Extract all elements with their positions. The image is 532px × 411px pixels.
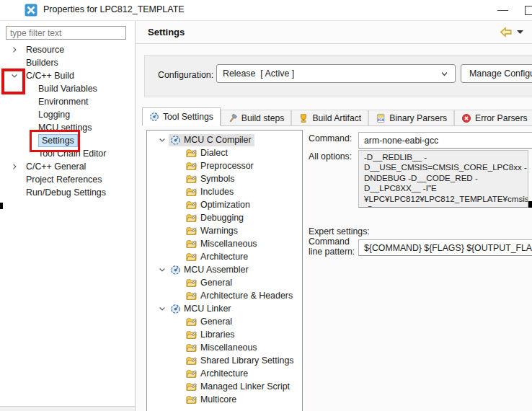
- category-folder-icon: [186, 148, 197, 159]
- category-folder-icon: [186, 355, 197, 366]
- category-folder-icon: [186, 200, 197, 211]
- tab-build-steps[interactable]: Build steps: [221, 110, 292, 125]
- all-options-label: All options:: [309, 152, 352, 162]
- tool-item-mcu-linker[interactable]: MCU Linker: [147, 302, 302, 315]
- chevron-right-icon[interactable]: [9, 44, 20, 56]
- tab-label: Error Parsers: [475, 113, 527, 123]
- category-folder-icon: [186, 342, 197, 353]
- category-folder-icon: [186, 187, 197, 198]
- category-folder-icon: [186, 226, 197, 237]
- maximize-icon[interactable]: [525, 6, 532, 15]
- tab-binary-parsers[interactable]: Binary Parsers: [368, 110, 454, 125]
- page-title: Settings: [148, 27, 185, 37]
- tool-icon: [170, 265, 181, 275]
- tool-item-managed-linker-script[interactable]: Managed Linker Script: [147, 380, 302, 393]
- sidebar-item-project-references[interactable]: Project References: [0, 173, 135, 186]
- tool-item-symbols[interactable]: Symbols: [147, 172, 302, 185]
- tool-item-linker-architecture[interactable]: Architecture: [147, 367, 302, 380]
- tool-icon: [170, 304, 181, 314]
- tool-item-debugging[interactable]: Debugging: [147, 211, 302, 224]
- tool-item-optimization[interactable]: Optimization: [147, 198, 302, 211]
- tab-label: Tool Settings: [163, 112, 213, 122]
- tool-item-linker-general[interactable]: General: [147, 315, 302, 328]
- expert-settings-label: Expert settings:: [309, 227, 370, 237]
- category-folder-icon: [186, 291, 197, 301]
- tool-item-dialect[interactable]: Dialect: [147, 146, 302, 159]
- command-line-pattern-label: Command line pattern:: [309, 237, 355, 257]
- tool-item-linker-miscellaneous[interactable]: Miscellaneous: [147, 341, 302, 354]
- settings-header: Settings: [136, 21, 532, 44]
- annotation-rect-settings: [30, 130, 80, 152]
- category-folder-icon: [186, 213, 197, 224]
- category-folder-icon: [186, 174, 197, 185]
- chevron-down-icon[interactable]: [157, 304, 167, 314]
- tool-item-mcu-assembler[interactable]: MCU Assembler: [147, 263, 302, 276]
- app-icon: [25, 4, 37, 17]
- minimize-icon[interactable]: [497, 10, 508, 11]
- category-folder-icon: [186, 239, 197, 249]
- sidebar-item-label: Resource: [26, 45, 64, 55]
- history-dropdown-icon[interactable]: [517, 30, 523, 34]
- configuration-select[interactable]: Release [ Active ]: [216, 64, 456, 83]
- tool-item-shared-library-settings[interactable]: Shared Library Settings: [147, 354, 302, 367]
- chevron-right-icon[interactable]: [9, 161, 20, 172]
- tool-item-preprocessor[interactable]: Preprocessor: [147, 159, 302, 172]
- tool-settings-content: MCU C Compiler Dialect Preprocessor Symb…: [136, 126, 532, 411]
- configuration-label: Configuration:: [158, 70, 213, 80]
- error-icon: [461, 113, 471, 123]
- tool-item-architecture-headers[interactable]: Architecture & Headers: [147, 289, 302, 302]
- tool-item-warnings[interactable]: Warnings: [147, 224, 302, 237]
- window-title: Properties for LPC812_TEMPLATE: [43, 4, 185, 14]
- sidebar-item-ccpp-general[interactable]: C/C++ General: [0, 160, 135, 173]
- tool-item-mcu-c-compiler[interactable]: MCU C Compiler: [147, 133, 302, 146]
- sidebar-item-label: Run/Debug Settings: [26, 187, 106, 198]
- manage-configurations-button[interactable]: Manage Configu: [461, 64, 532, 83]
- chevron-down-icon[interactable]: [157, 135, 167, 145]
- main-panel: Settings Configuration: Release [ Active…: [136, 21, 532, 411]
- tab-error-parsers[interactable]: Error Parsers: [454, 110, 532, 125]
- command-input[interactable]: arm-none-eabi-gcc: [358, 132, 532, 149]
- tab-label: Binary Parsers: [389, 113, 447, 123]
- sidebar-item-label: C/C++ General: [26, 162, 86, 172]
- sidebar-item-logging[interactable]: Logging: [0, 108, 135, 121]
- tool-item-libraries[interactable]: Libraries: [147, 328, 302, 341]
- all-options-textarea[interactable]: -D__REDLIB__ - D__USE_CMSIS=CMSIS_CORE_L…: [358, 150, 528, 208]
- filter-input[interactable]: [6, 26, 126, 40]
- category-folder-icon: [186, 394, 197, 405]
- title-bar: Properties for LPC812_TEMPLATE: [0, 0, 532, 21]
- artifact-icon: [298, 113, 309, 123]
- sidebar-item-builders[interactable]: Builders: [0, 56, 135, 69]
- tool-item-assembler-general[interactable]: General: [147, 276, 302, 289]
- back-arrow-icon[interactable]: [499, 26, 513, 38]
- category-folder-icon: [186, 381, 197, 392]
- binary-doc-icon: [376, 113, 386, 123]
- chevron-down-icon[interactable]: [157, 265, 167, 275]
- sidebar-item-environment[interactable]: Environment: [0, 95, 135, 108]
- sidebar-item-label: Project References: [26, 174, 102, 185]
- sidebar-item-label: Environment: [38, 97, 89, 107]
- sidebar-item-label: Logging: [38, 110, 70, 120]
- configuration-group: Configuration: Release [ Active ] Manage…: [144, 55, 532, 97]
- tab-label: Build Artifact: [312, 113, 361, 123]
- sidebar-item-run-debug-settings[interactable]: Run/Debug Settings: [0, 186, 135, 199]
- sidebar-footer-area: [0, 407, 136, 411]
- sidebar-item-label: Build Variables: [38, 84, 97, 94]
- category-folder-icon: [186, 252, 197, 262]
- category-folder-icon: [186, 278, 197, 288]
- sidebar-item-resource[interactable]: Resource: [0, 43, 135, 56]
- tab-build-artifact[interactable]: Build Artifact: [291, 110, 368, 125]
- configuration-value: Release [ Active ]: [217, 68, 440, 79]
- tool-item-includes[interactable]: Includes: [147, 185, 302, 198]
- tool-item-architecture[interactable]: Architecture: [147, 250, 302, 263]
- category-folder-icon: [186, 330, 197, 340]
- tool-item-multicore[interactable]: Multicore: [147, 393, 302, 406]
- tab-tool-settings[interactable]: Tool Settings: [142, 107, 221, 126]
- command-line-pattern-input[interactable]: ${COMMAND} ${FLAGS} ${OUTPUT_FLAG} ${: [358, 239, 532, 256]
- tool-icon: [170, 135, 181, 146]
- tool-icon: [149, 112, 159, 122]
- tab-bar: Tool Settings Build steps Build Artifact…: [142, 107, 532, 126]
- category-folder-icon: [186, 161, 197, 172]
- sidebar-item-label: Builders: [26, 58, 58, 68]
- category-folder-icon: [186, 317, 197, 327]
- tool-item-miscellaneous[interactable]: Miscellaneous: [147, 237, 302, 250]
